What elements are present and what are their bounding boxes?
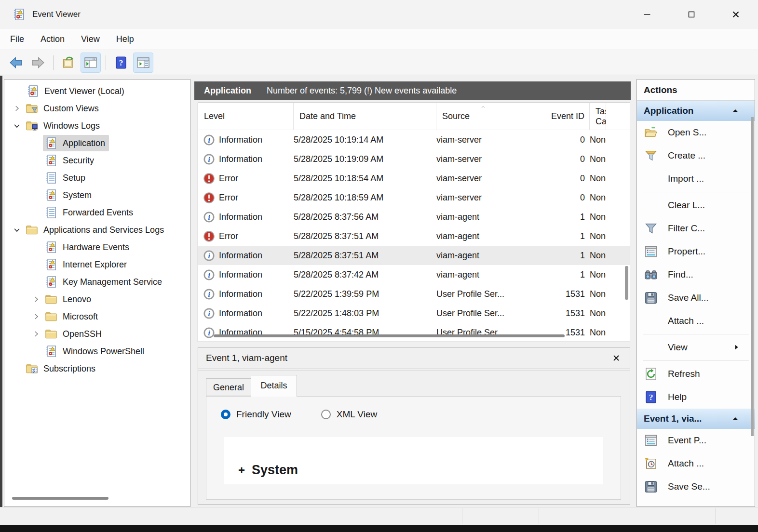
collapse-arrow-icon[interactable] (731, 415, 739, 423)
tree-item-openssh[interactable]: OpenSSH (4, 325, 190, 343)
chevron-right-icon[interactable] (29, 294, 43, 304)
tree-item-windows-powershell[interactable]: Windows PowerShell (4, 343, 190, 360)
event-row[interactable]: Error5/28/2025 8:37:51 AMviam-agent1None (198, 226, 630, 246)
close-button[interactable] (714, 0, 758, 29)
tree-item-windows-logs[interactable]: Windows Logs (4, 117, 190, 134)
event-row[interactable]: Error5/28/2025 10:18:59 AMviam-server0No… (198, 188, 630, 207)
event-row[interactable]: iInformation5/28/2025 8:37:42 AMviam-age… (198, 265, 630, 284)
tree-indent-spacer (29, 138, 43, 148)
action-attach[interactable]: Attach ... (637, 309, 755, 332)
column-header-event-id[interactable]: Event ID (534, 103, 590, 130)
tab-general[interactable]: General (206, 378, 251, 396)
tree-item-subscriptions[interactable]: Subscriptions (4, 360, 190, 377)
tree-item-setup[interactable]: Setup (4, 169, 190, 186)
tree-item-security[interactable]: Security (4, 152, 190, 169)
action-open-s[interactable]: Open S... (637, 121, 755, 144)
tree-item-forwarded-events[interactable]: Forwarded Events (4, 204, 190, 221)
tab-details[interactable]: Details (251, 375, 297, 397)
tree-item-custom-views[interactable]: Custom Views (4, 100, 190, 117)
action-save-all[interactable]: Save All... (637, 286, 755, 309)
action-event-p[interactable]: Event P... (637, 429, 755, 452)
minimize-button[interactable] (625, 0, 669, 29)
actions-section-application[interactable]: Application (637, 101, 755, 121)
folder-icon (25, 223, 39, 237)
tree-item-microsoft[interactable]: Microsoft (4, 308, 190, 325)
menu-view[interactable]: View (73, 34, 108, 44)
event-row[interactable]: iInformation5/28/2025 10:19:14 AMviam-se… (198, 130, 630, 149)
tree-item-internet-explorer[interactable]: Internet Explorer (4, 256, 190, 273)
actions-section-event-1-via[interactable]: Event 1, via... (637, 409, 755, 429)
properties-icon (644, 433, 658, 448)
chevron-down-icon[interactable] (10, 225, 24, 235)
event-list-horizontal-scrollbar[interactable] (214, 334, 565, 337)
action-save-se[interactable]: Save Se... (637, 475, 755, 498)
menu-action[interactable]: Action (32, 34, 73, 44)
event-level-cell: Error (198, 173, 294, 185)
event-row[interactable]: iInformation5/22/2025 1:39:59 PMUser Pro… (198, 284, 630, 304)
event-row[interactable]: iInformation5/28/2025 8:37:51 AMviam-age… (198, 246, 630, 265)
event-list-vertical-scrollbar[interactable] (625, 266, 628, 300)
action-clear-l[interactable]: Clear L... (637, 194, 755, 217)
action-help[interactable]: ?Help (637, 386, 755, 409)
chevron-down-icon[interactable] (10, 121, 24, 131)
action-find[interactable]: Find... (637, 263, 755, 286)
console-tree-toggle[interactable] (81, 53, 101, 73)
forward-button[interactable] (28, 53, 48, 73)
action-pane-toggle[interactable] (133, 53, 153, 73)
menu-help[interactable]: Help (108, 34, 142, 44)
view-mode-radios: Friendly View XML View (221, 409, 621, 420)
column-header-date-and-time[interactable]: Date and Time (294, 103, 436, 130)
tree-item-lenovo[interactable]: Lenovo (4, 291, 190, 308)
tree-item-hardware-events[interactable]: Hardware Events (4, 239, 190, 256)
event-viewer-icon (12, 7, 26, 22)
action-propert[interactable]: Propert... (637, 240, 755, 263)
event-row[interactable]: iInformation5/22/2025 1:48:03 PMUser Pro… (198, 304, 630, 323)
friendly-view-radio[interactable] (221, 410, 230, 419)
action-view[interactable]: View (637, 336, 755, 359)
action-import[interactable]: Import ... (637, 167, 755, 190)
export-button[interactable] (58, 53, 79, 73)
back-button[interactable] (6, 53, 26, 73)
maximize-button[interactable] (669, 0, 714, 29)
toolbar: ? (0, 50, 758, 75)
action-label: Save Se... (668, 481, 710, 492)
action-create[interactable]: Create ... (637, 144, 755, 167)
action-refresh[interactable]: Refresh (637, 362, 755, 386)
close-icon[interactable] (611, 353, 621, 363)
friendly-view-content: + System (224, 437, 603, 484)
tree-item-event-viewer-local[interactable]: Event Viewer (Local) (4, 82, 190, 100)
chevron-right-icon[interactable] (29, 312, 43, 321)
toolbar-separator (53, 55, 54, 70)
chevron-right-icon[interactable] (29, 329, 43, 339)
event-source-cell: viam-agent (436, 251, 534, 261)
tree-item-system[interactable]: System (4, 186, 190, 204)
chevron-right-icon[interactable] (10, 104, 24, 113)
event-level-label: Information (219, 289, 262, 299)
column-header-level[interactable]: Level (198, 103, 294, 130)
tree-item-application[interactable]: Application (4, 134, 190, 152)
status-bar-divider (539, 508, 539, 524)
folder-icon (44, 327, 58, 341)
action-attach[interactable]: Attach ... (637, 452, 755, 475)
tree-item-key-management-service[interactable]: Key Management Service (4, 273, 190, 291)
actions-scrollbar[interactable] (751, 117, 754, 436)
event-row[interactable]: iInformation5/28/2025 10:19:09 AMviam-se… (198, 149, 630, 169)
column-header-task-category[interactable]: Task Category (590, 103, 606, 130)
event-row[interactable]: Error5/28/2025 10:18:54 AMviam-server0No… (198, 169, 630, 188)
event-datetime-cell: 5/28/2025 10:18:59 AM (294, 193, 436, 203)
expand-plus-icon[interactable]: + (238, 464, 245, 477)
event-row[interactable]: iInformation5/15/2025 4:54:58 PMUser Pro… (198, 323, 630, 342)
xml-view-radio[interactable] (321, 410, 331, 419)
column-header-label: Task Category (596, 106, 606, 127)
action-filter-c[interactable]: Filter C... (637, 217, 755, 240)
event-row[interactable]: iInformation5/28/2025 8:37:56 AMviam-age… (198, 207, 630, 226)
column-header-source[interactable]: Source (436, 103, 534, 130)
info-icon: i (203, 327, 215, 339)
system-expander[interactable]: + System (238, 463, 298, 478)
tree-horizontal-scrollbar[interactable] (12, 497, 108, 500)
menu-file[interactable]: File (2, 34, 32, 44)
tree-item-label: Windows PowerShell (63, 346, 144, 357)
tree-item-applications-and-services-logs[interactable]: Applications and Services Logs (4, 221, 190, 239)
help-button[interactable]: ? (111, 53, 131, 73)
collapse-arrow-icon[interactable] (731, 107, 739, 115)
